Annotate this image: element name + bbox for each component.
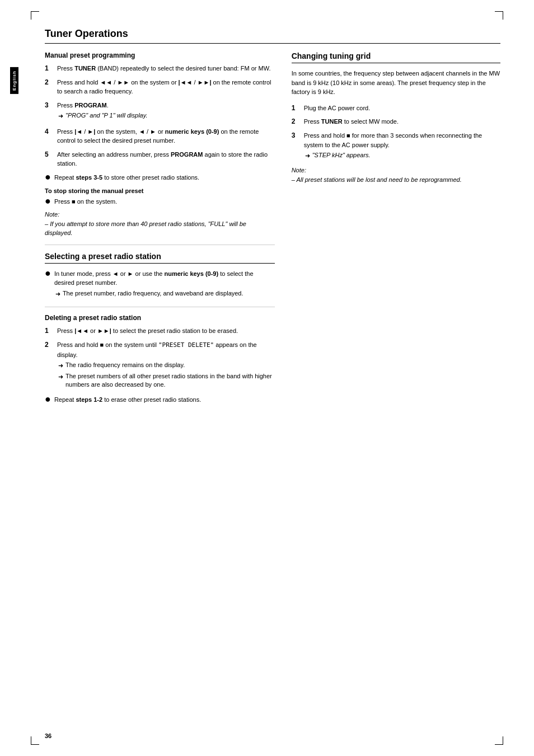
step-1-content: Press TUNER (BAND) repeatedly to select … [57,64,275,73]
tuning-step-1-content: Plug the AC power cord. [304,104,500,113]
delete-repeat-bullet: ● Repeat steps 1-2 to erase other preset… [45,395,275,405]
page-title: Tuner Operations [45,28,500,44]
selecting-bullet-content: In tuner mode, press ◄ or ► or use the n… [54,269,275,300]
symbol-next2: ►| [87,128,95,135]
delete-step-1: 1 Press |◄◄ or ►►| to select the preset … [45,326,275,336]
selecting-preset-section: Selecting a preset radio station ● In tu… [45,252,275,300]
delete-step-1-content: Press |◄◄ or ►►| to select the preset ra… [57,326,275,336]
delete-step-number-2: 2 [45,340,55,350]
manual-preset-note: Note: – If you attempt to store more tha… [45,211,275,238]
step-1: 1 Press TUNER (BAND) repeatedly to selec… [45,64,275,73]
page-container: English 36 Tuner Operations Manual prese… [0,0,534,756]
selecting-result-text: The preset number, radio frequency, and … [63,289,243,298]
step-3-result: ➜ "PROG" and "P 1" will display. [58,111,275,121]
bullet-dot-4: ● [45,394,51,404]
repeat-bullet: ● Repeat steps 3-5 to store other preset… [45,173,275,182]
tuning-step-2: 2 Press TUNER to select MW mode. [292,117,500,126]
bullet-dot-3: ● [45,268,51,278]
step-3: 3 Press PROGRAM. ➜ "PROG" and "P 1" will… [45,101,275,123]
symbol-prev2: |◄ [74,128,82,135]
symbol-skip-fwd: ►► [117,79,129,86]
delete-repeat-content: Repeat steps 1-2 to erase other preset r… [54,395,275,405]
arrow-4: ➜ [58,372,63,382]
symbol-prev3: |◄◄ [74,327,88,334]
tuning-step-1: 1 Plug the AC power cord. [292,104,500,113]
steps-1-2-bold: steps 1-2 [76,396,102,403]
selecting-preset-heading: Selecting a preset radio station [45,252,275,264]
selecting-bullet: ● In tuner mode, press ◄ or ► or use the… [45,269,275,300]
manual-preset-section: Manual preset programming 1 Press TUNER … [45,51,275,238]
sidebar-label: English [10,67,18,94]
symbol-skip-back: ◄◄ [100,79,112,86]
arrow-1: ➜ [58,111,63,121]
step-3-result-text: "PROG" and "P 1" will display. [65,111,147,120]
bullet-dot-1: ● [45,172,51,182]
delete-result-2-text: The preset numbers of all other preset r… [65,372,275,389]
corner-bl [31,736,39,745]
corner-tr [495,11,503,20]
repeat-bullet-content: Repeat steps 3-5 to store other preset r… [54,173,275,182]
symbol-next3: ►►| [97,327,111,334]
stop-storing-heading: To stop storing the manual preset [45,187,275,194]
two-col-layout: Manual preset programming 1 Press TUNER … [45,51,500,409]
step-number-5: 5 [45,150,55,159]
step-2-content: Press and hold ◄◄ / ►► on the system or … [57,78,275,96]
step-4: 4 Press |◄ / ►| on the system, ◄ / ► or … [45,127,275,145]
tuning-step-2-content: Press TUNER to select MW mode. [304,117,500,126]
step-5: 5 After selecting an address number, pre… [45,150,275,168]
program-bold-1: PROGRAM [74,102,106,109]
arrow-2: ➜ [55,289,60,299]
arrow-3: ➜ [58,361,63,370]
changing-tuning-section: Changing tuning grid In some countries, … [292,51,500,184]
stop-bullet-content: Press ■ on the system. [54,197,275,206]
divider-1 [45,245,275,245]
deleting-preset-section: Deleting a preset radio station 1 Press … [45,314,275,405]
tuning-step-3-content: Press and hold ■ for more than 3 seconds… [304,131,500,162]
tuning-note: Note: – All preset stations will be lost… [292,167,500,185]
arrow-5: ➜ [305,151,310,161]
corner-tl [31,11,39,20]
symbol-prev: |◄◄ [179,79,193,86]
right-column: Changing tuning grid In some countries, … [292,51,500,409]
tuning-step-3: 3 Press and hold ■ for more than 3 secon… [292,131,500,162]
step-number-2: 2 [45,78,55,87]
tuner-bold-2: TUNER [321,118,343,125]
steps-3-5-bold: steps 3-5 [76,174,102,181]
tuner-bold-1: TUNER [74,65,96,72]
manual-preset-heading: Manual preset programming [45,51,275,59]
corner-br [495,736,503,745]
delete-step-2-content: Press and hold ■ on the system until "PR… [57,340,275,391]
numeric-keys-bold: numeric keys (0-9) [165,128,219,135]
step-number-3: 3 [45,101,55,110]
bullet-dot-2: ● [45,196,51,206]
numeric-keys-bold-2: numeric keys (0-9) [165,270,219,277]
delete-step-number-1: 1 [45,326,55,336]
preset-delete-display: "PRESET DELETE" [158,341,214,349]
tuning-result: ➜ "STEP kHz" appears. [305,151,500,161]
delete-result-2: ➜ The preset numbers of all other preset… [58,372,275,389]
stop-bullet: ● Press ■ on the system. [45,197,275,206]
deleting-preset-heading: Deleting a preset radio station [45,314,275,322]
delete-result-1-text: The radio frequency remains on the displ… [65,361,185,369]
step-4-content: Press |◄ / ►| on the system, ◄ / ► or nu… [57,127,275,145]
tuning-step-number-2: 2 [292,117,302,126]
step-number-1: 1 [45,64,55,73]
program-bold-2: PROGRAM [171,151,203,158]
content-area: Tuner Operations Manual preset programmi… [45,22,500,409]
tuning-step-number-3: 3 [292,131,302,140]
step-2: 2 Press and hold ◄◄ / ►► on the system o… [45,78,275,96]
delete-step-2: 2 Press and hold ■ on the system until "… [45,340,275,391]
tuning-note-label: Note: [292,167,500,173]
divider-2 [45,307,275,307]
step-3-content: Press PROGRAM. ➜ "PROG" and "P 1" will d… [57,101,275,123]
step-5-content: After selecting an address number, press… [57,150,275,168]
delete-result-1: ➜ The radio frequency remains on the dis… [58,361,275,370]
page-number: 36 [45,732,51,739]
tuning-note-text: – All preset stations will be lost and n… [292,175,500,185]
step-number-4: 4 [45,127,55,137]
selecting-result: ➜ The preset number, radio frequency, an… [55,289,275,299]
changing-tuning-heading: Changing tuning grid [292,51,500,63]
symbol-next: ►►| [198,79,212,86]
tuning-step-number-1: 1 [292,104,302,113]
tuning-intro: In some countries, the frequency step be… [292,69,500,97]
